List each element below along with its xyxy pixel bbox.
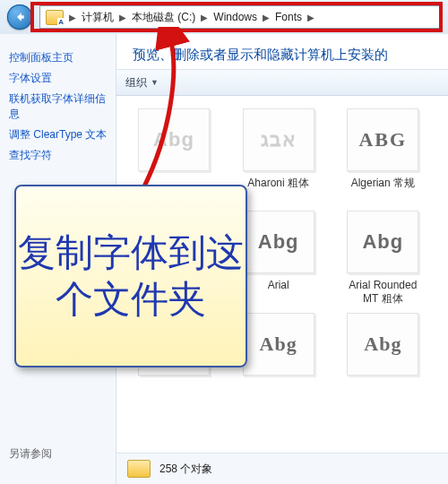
annotation-callout-text: 复制字体到这个文件夹 (16, 229, 246, 324)
sidebar-item[interactable]: 查找字符 (9, 148, 116, 163)
font-item[interactable]: ABGAlgerian 常规 (341, 108, 424, 203)
font-thumbnail: ABG (347, 108, 418, 171)
font-thumbnail: Abg (347, 313, 418, 376)
breadcrumb-item[interactable]: Windows (213, 11, 257, 23)
sidebar-item[interactable]: 调整 ClearType 文本 (9, 127, 116, 143)
sidebar-item[interactable]: 控制面板主页 (9, 50, 116, 65)
font-item[interactable]: Abg (237, 313, 320, 408)
sidebar-item[interactable]: 字体设置 (9, 71, 116, 86)
font-thumbnail: Abg (243, 211, 314, 273)
font-item[interactable]: Abg (341, 313, 424, 408)
font-sample: Abg (258, 230, 299, 254)
font-sample: Abg (260, 333, 297, 356)
status-count: 258 个对象 (159, 462, 212, 477)
font-label: Aharoni 粗体 (247, 177, 309, 203)
font-thumbnail: Abg (243, 313, 314, 376)
font-label: Arial (268, 279, 289, 306)
organize-button[interactable]: 组织 (125, 75, 147, 91)
breadcrumb-item[interactable]: 本地磁盘 (C:) (132, 10, 195, 25)
font-sample: ABG (358, 128, 407, 151)
font-thumbnail: אבג (243, 108, 314, 171)
explorer-window: ▶计算机▶本地磁盘 (C:)▶Windows▶Fonts▶ 控制面板主页字体设置… (0, 0, 448, 484)
folder-icon (127, 460, 151, 478)
fonts-folder-icon (46, 10, 64, 25)
font-thumbnail: Abg (347, 211, 418, 273)
chevron-right-icon: ▶ (69, 13, 76, 22)
chevron-right-icon: ▶ (307, 13, 314, 22)
toolbar: 组织 ▼ (116, 69, 448, 96)
font-sample: Abg (364, 333, 401, 356)
chevron-right-icon: ▶ (263, 13, 270, 22)
breadcrumb-item[interactable]: 计算机 (82, 10, 114, 25)
page-title: 预览、删除或者显示和隐藏计算机上安装的 (116, 34, 448, 69)
sidebar-item[interactable]: 联机获取字体详细信息 (9, 91, 116, 122)
font-item[interactable]: AbgArial (237, 211, 320, 306)
breadcrumb: ▶计算机▶本地磁盘 (C:)▶Windows▶Fonts▶ (69, 10, 314, 25)
font-label: Arial Rounded MT 粗体 (341, 279, 424, 306)
font-item[interactable]: אבגAharoni 粗体 (237, 108, 320, 203)
sidebar-footer: 另请参阅 (9, 446, 116, 462)
font-item[interactable]: AbgArial Rounded MT 粗体 (341, 211, 424, 306)
titlebar-area: ▶计算机▶本地磁盘 (C:)▶Windows▶Fonts▶ (0, 0, 448, 34)
font-sample: Abg (153, 128, 194, 151)
chevron-right-icon: ▶ (119, 13, 126, 22)
font-sample: Abg (362, 230, 403, 254)
chevron-down-icon: ▼ (151, 78, 159, 87)
font-thumbnail: Abg (138, 108, 210, 171)
breadcrumb-item[interactable]: Fonts (275, 11, 302, 23)
font-label: Algerian 常规 (351, 177, 415, 203)
status-bar: 258 个对象 (116, 453, 448, 484)
chevron-right-icon: ▶ (201, 13, 208, 22)
annotation-callout: 复制字体到这个文件夹 (14, 185, 247, 367)
back-button[interactable] (7, 4, 32, 30)
address-bar[interactable]: ▶计算机▶本地磁盘 (C:)▶Windows▶Fonts▶ (39, 5, 441, 29)
font-sample: אבג (261, 128, 297, 151)
arrow-left-icon (13, 11, 26, 23)
